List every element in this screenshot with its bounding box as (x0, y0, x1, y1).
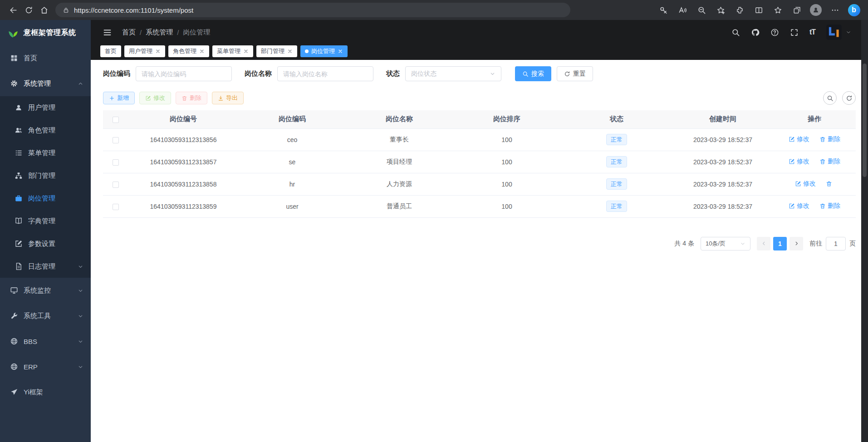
row-delete-link[interactable] (826, 181, 834, 187)
row-delete-link[interactable]: 删除 (819, 135, 840, 143)
add-favorite-button[interactable] (712, 2, 729, 18)
add-button[interactable]: 新增 (103, 92, 135, 104)
split-screen-button[interactable] (750, 2, 767, 18)
cell-post-name: 项目经理 (346, 151, 453, 173)
browser-profile-button[interactable] (807, 2, 824, 18)
close-icon[interactable] (243, 49, 249, 54)
cell-post-name: 董事长 (346, 128, 453, 151)
prev-page-button[interactable] (757, 237, 770, 250)
sidebar-item-home[interactable]: 首页 (0, 45, 91, 71)
header-search-icon[interactable] (731, 28, 740, 37)
search-button[interactable]: 搜索 (515, 66, 551, 81)
sidebar-item-user-management[interactable]: 用户管理 (0, 96, 91, 119)
sidebar-item-system-tools[interactable]: 系统工具 (0, 303, 91, 329)
close-icon[interactable] (199, 49, 205, 54)
extensions-button[interactable] (731, 2, 748, 18)
page-number-button[interactable]: 1 (773, 237, 787, 250)
row-delete-link[interactable]: 删除 (819, 157, 840, 166)
fullscreen-icon[interactable] (790, 28, 799, 37)
status-select[interactable]: 岗位状态 (405, 66, 501, 81)
row-delete-link[interactable]: 删除 (819, 202, 840, 210)
table-toolbar: 新增 修改 删除 导出 (103, 91, 856, 105)
app-logo[interactable]: 意框架管理系统 (0, 20, 91, 45)
font-size-icon[interactable]: tT (809, 28, 815, 36)
cell-created-time: 2023-03-29 18:52:37 (672, 151, 773, 173)
cell-post-code: se (239, 151, 346, 173)
tab-home[interactable]: 首页 (100, 45, 121, 57)
help-icon[interactable] (770, 28, 779, 37)
sidebar-item-parameter-settings[interactable]: 参数设置 (0, 232, 91, 255)
sidebar-item-bbs[interactable]: BBS (0, 329, 91, 354)
sidebar-item-dictionary-management[interactable]: 字典管理 (0, 210, 91, 232)
tab-post-management[interactable]: 岗位管理 (300, 45, 348, 57)
sidebar-item-post-management[interactable]: 岗位管理 (0, 187, 91, 210)
address-bar[interactable]: https://ccnetcore.com:1101/system/post (55, 3, 570, 17)
sidebar-item-system-management[interactable]: 系统管理 (0, 71, 91, 96)
export-button[interactable]: 导出 (212, 92, 244, 104)
sidebar-item-label: Yi框架 (24, 388, 43, 397)
tab-user-management[interactable]: 用户管理 (124, 45, 165, 57)
next-page-button[interactable] (790, 237, 803, 250)
tab-department-management[interactable]: 部门管理 (256, 45, 297, 57)
page-size-select[interactable]: 10条/页 (701, 237, 750, 250)
close-icon[interactable] (287, 49, 293, 54)
user-avatar-dropdown[interactable] (826, 25, 851, 40)
tab-role-management[interactable]: 角色管理 (168, 45, 209, 57)
sidebar-item-department-management[interactable]: 部门管理 (0, 164, 91, 187)
row-edit-link[interactable]: 修改 (789, 202, 809, 210)
sidebar-item-menu-management[interactable]: 菜单管理 (0, 142, 91, 164)
scrollbar-thumb[interactable] (863, 64, 867, 177)
cell-post-name: 人力资源 (346, 173, 453, 195)
bing-sidebar-button[interactable]: b (845, 2, 863, 18)
browser-settings-menu-button[interactable] (826, 2, 843, 18)
github-icon[interactable] (751, 28, 760, 37)
screen: https://ccnetcore.com:1101/system/post b (0, 0, 868, 442)
breadcrumb-section[interactable]: 系统管理 (146, 28, 173, 37)
table-row: 1641030593112313856 ceo 董事长 100 正常 2023-… (103, 128, 856, 151)
reset-button[interactable]: 重置 (557, 66, 593, 81)
sidebar-item-system-monitoring[interactable]: 系统监控 (0, 278, 91, 303)
row-checkbox[interactable] (113, 137, 119, 143)
browser-home-button[interactable] (36, 2, 52, 18)
favorites-button[interactable] (769, 2, 786, 18)
show-search-toggle-button[interactable] (823, 91, 837, 105)
sidebar-item-log-management[interactable]: 日志管理 (0, 255, 91, 278)
trash-icon (819, 158, 826, 165)
pagination: 共 4 条 10条/页 1 前往 页 (103, 237, 856, 250)
page-scrollbar[interactable] (861, 20, 868, 442)
chevron-down-icon (78, 364, 83, 370)
globe-icon (10, 363, 18, 371)
row-edit-link[interactable]: 修改 (789, 157, 809, 166)
sidebar-toggle-icon[interactable] (103, 28, 112, 37)
sidebar-item-yi-framework[interactable]: Yi框架 (0, 379, 91, 405)
breadcrumb-separator: / (140, 29, 142, 36)
close-icon[interactable] (155, 49, 161, 54)
site-security-icon[interactable] (63, 7, 69, 14)
goto-page-input[interactable] (826, 237, 846, 250)
row-checkbox[interactable] (113, 159, 119, 166)
saved-passwords-button[interactable] (655, 2, 672, 18)
collections-icon (793, 6, 801, 15)
post-name-input[interactable] (277, 66, 373, 81)
tab-menu-management[interactable]: 菜单管理 (212, 45, 253, 57)
zoom-button[interactable] (693, 2, 710, 18)
sidebar-item-label: 用户管理 (28, 103, 55, 112)
sidebar-item-role-management[interactable]: 角色管理 (0, 119, 91, 142)
row-checkbox[interactable] (113, 204, 119, 210)
browser-back-button[interactable] (5, 2, 21, 18)
header-post-code: 岗位编码 (239, 110, 346, 128)
cell-post-id: 1641030593112313858 (128, 173, 239, 195)
row-edit-link[interactable]: 修改 (795, 180, 816, 188)
row-checkbox[interactable] (113, 182, 119, 188)
sidebar-item-erp[interactable]: ERP (0, 354, 91, 379)
close-icon[interactable] (338, 49, 343, 54)
refresh-table-button[interactable] (842, 91, 856, 105)
browser-refresh-button[interactable] (21, 2, 36, 18)
read-aloud-button[interactable] (674, 2, 691, 18)
collections-button[interactable] (788, 2, 805, 18)
header-post-id: 岗位编号 (128, 110, 239, 128)
post-code-input[interactable] (136, 66, 232, 81)
row-edit-link[interactable]: 修改 (789, 135, 809, 143)
select-all-checkbox[interactable] (113, 117, 119, 123)
breadcrumb-home[interactable]: 首页 (122, 28, 136, 37)
